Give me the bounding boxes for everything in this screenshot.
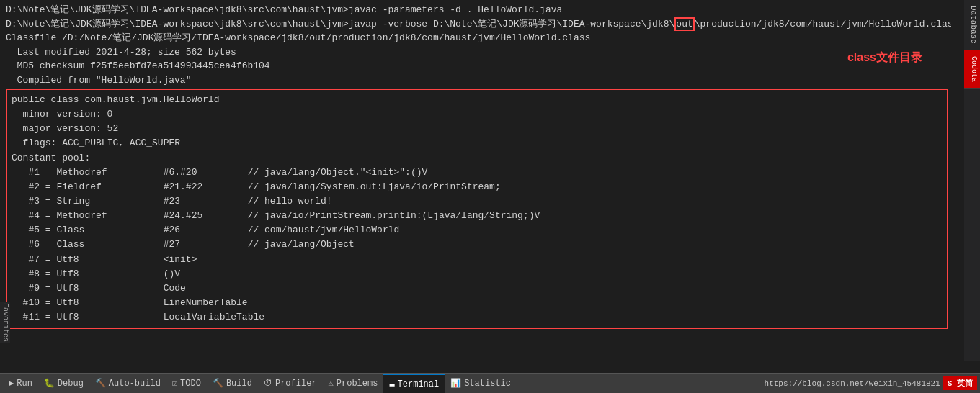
- class-line-12: #7 = Utf8 <init>: [12, 253, 943, 267]
- toolbar-profiler-label: Profiler: [275, 379, 317, 389]
- right-sidebar: Database Codota: [964, 0, 980, 361]
- toolbar-autobuild-label: Auto-build: [109, 379, 161, 389]
- profiler-icon: ⏱: [264, 378, 272, 389]
- class-line-8: #3 = String #23 // hello world!: [12, 194, 943, 209]
- toolbar-brand: S 英简: [943, 376, 977, 390]
- toolbar-statistic[interactable]: 📊 Statistic: [445, 374, 517, 394]
- class-line-11: #6 = Class #27 // java/lang/Object: [12, 238, 943, 252]
- toolbar-terminal[interactable]: ▬ Terminal: [383, 374, 445, 394]
- annotation-class-dir: class文件目录: [847, 49, 922, 66]
- toolbar-todo[interactable]: ☑ TODO: [166, 374, 207, 394]
- todo-icon: ☑: [172, 378, 177, 389]
- bottom-toolbar: ▶ Run 🐛 Debug 🔨 Auto-build ☑ TODO 🔨 Buil…: [0, 373, 980, 393]
- class-line-13: #8 = Utf8 ()V: [12, 267, 943, 281]
- class-line-1: public class com.haust.jvm.HelloWorld: [12, 93, 943, 107]
- class-line-2: minor version: 0: [12, 107, 943, 122]
- terminal-line-4: Last modified 2021-4-28; size 562 bytes: [3, 45, 951, 60]
- terminal-area: D:\Note\笔记\JDK源码学习\IDEA-workspace\jdk8\s…: [0, 0, 951, 361]
- build-icon: 🔨: [213, 378, 223, 389]
- problems-icon: ⚠: [329, 378, 334, 389]
- terminal-line-3: Classfile /D:/Note/笔记/JDK源码学习/IDEA-works…: [3, 31, 951, 45]
- toolbar-autobuild[interactable]: 🔨 Auto-build: [89, 374, 166, 394]
- class-line-15: #10 = Utf8 LineNumberTable: [12, 296, 943, 310]
- toolbar-profiler[interactable]: ⏱ Profiler: [258, 374, 323, 394]
- terminal-line-6: Compiled from "HelloWorld.java": [3, 73, 951, 88]
- class-line-6: #1 = Methodref #6.#20 // java/lang/Objec…: [12, 166, 943, 180]
- toolbar-problems-label: Problems: [337, 379, 378, 389]
- autobuild-icon: 🔨: [95, 378, 106, 389]
- toolbar-problems[interactable]: ⚠ Problems: [323, 374, 384, 394]
- favorites-label: Favorites: [1, 303, 9, 342]
- toolbar-run[interactable]: ▶ Run: [3, 374, 38, 394]
- class-line-4: flags: ACC_PUBLIC, ACC_SUPER: [12, 136, 943, 150]
- toolbar-debug[interactable]: 🐛 Debug: [38, 374, 89, 394]
- run-icon: ▶: [9, 378, 14, 389]
- class-line-10: #5 = Class #26 // com/haust/jvm/HelloWor…: [12, 223, 943, 238]
- statistic-icon: 📊: [450, 378, 461, 389]
- toolbar-statistic-label: Statistic: [464, 379, 511, 389]
- sidebar-database[interactable]: Database: [964, 0, 980, 50]
- class-line-5: Constant pool:: [12, 151, 943, 166]
- class-line-9: #4 = Methodref #24.#25 // java/io/PrintS…: [12, 209, 943, 223]
- class-line-16: #11 = Utf8 LocalVariableTable: [12, 310, 943, 325]
- toolbar-url: https://blog.csdn.net/weixin_45481821: [765, 379, 943, 388]
- class-line-14: #9 = Utf8 Code: [12, 281, 943, 296]
- class-line-7: #2 = Fieldref #21.#22 // java/lang/Syste…: [12, 180, 943, 194]
- toolbar-run-label: Run: [17, 379, 32, 389]
- class-line-3: major version: 52: [12, 122, 943, 136]
- terminal-line-1: D:\Note\笔记\JDK源码学习\IDEA-workspace\jdk8\s…: [3, 3, 951, 17]
- favorites-sidebar: Favorites: [0, 302, 10, 343]
- out-highlight: out: [674, 17, 694, 31]
- toolbar-build[interactable]: 🔨 Build: [207, 374, 258, 394]
- toolbar-terminal-label: Terminal: [398, 379, 440, 389]
- toolbar-debug-label: Debug: [58, 379, 84, 389]
- terminal-icon: ▬: [389, 379, 394, 389]
- sidebar-codota[interactable]: Codota: [964, 50, 980, 89]
- terminal-line-2: D:\Note\笔记\JDK源码学习\IDEA-workspace\jdk8\s…: [3, 17, 951, 32]
- toolbar-build-label: Build: [226, 379, 252, 389]
- terminal-line-5: MD5 checksum f25f5eebfd7ea514993445cea4f…: [3, 59, 951, 73]
- toolbar-todo-label: TODO: [180, 379, 201, 389]
- debug-icon: 🐛: [44, 378, 55, 389]
- class-content-box: public class com.haust.jvm.HelloWorld mi…: [6, 89, 948, 329]
